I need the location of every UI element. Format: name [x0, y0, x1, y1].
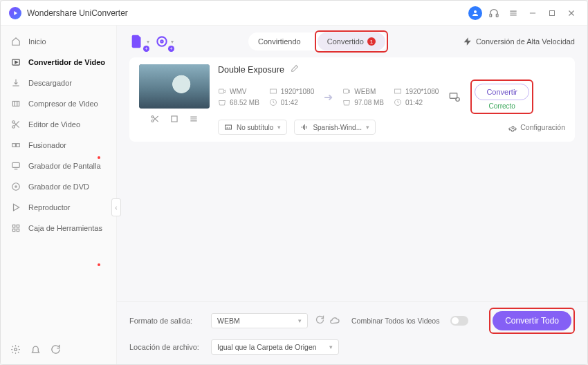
notification-dot — [98, 156, 100, 159]
sidebar-item-converter[interactable]: Convertidor de Video — [1, 52, 116, 73]
svg-point-22 — [15, 186, 17, 187]
svg-marker-23 — [14, 204, 19, 210]
svg-point-0 — [474, 10, 477, 13]
chevron-down-icon: ▾ — [366, 124, 369, 131]
chevron-down-icon: ▾ — [147, 39, 149, 45]
add-file-button[interactable]: +▾ — [129, 32, 149, 51]
sidebar-label: Compresor de Video — [28, 100, 98, 108]
svg-point-21 — [12, 183, 20, 191]
highlight-converted-tab: Convertido1 — [315, 30, 388, 53]
headset-icon[interactable] — [486, 6, 502, 21]
sidebar-item-compressor[interactable]: Compresor de Video — [1, 93, 116, 114]
svg-point-29 — [157, 37, 166, 46]
svg-rect-27 — [17, 229, 19, 232]
sidebar-item-merger[interactable]: Fusionador — [1, 135, 116, 156]
bell-icon[interactable] — [30, 344, 41, 357]
convert-all-button[interactable]: Convertir Todo — [493, 311, 571, 330]
file-card: Double Exposure WMV 68.52 MB 1920*1080 0… — [129, 57, 575, 142]
svg-rect-1 — [490, 14, 492, 17]
svg-point-14 — [12, 126, 15, 129]
svg-point-46 — [456, 97, 459, 101]
sidebar-label: Descargador — [28, 79, 72, 87]
svg-rect-17 — [12, 144, 16, 147]
sidebar-item-player[interactable]: Reproductor — [1, 197, 116, 218]
sidebar-item-downloader[interactable]: Descargador — [1, 73, 116, 93]
svg-point-13 — [12, 121, 15, 124]
svg-rect-24 — [12, 225, 15, 227]
scissors-icon — [10, 119, 21, 130]
sidebar-item-editor[interactable]: Editor de Video — [1, 114, 116, 135]
sidebar-item-dvd-burner[interactable]: Grabador de DVD — [1, 176, 116, 197]
cloud-icon[interactable] — [329, 315, 340, 327]
output-format-label: Formato de salida: — [129, 317, 204, 325]
grid-icon — [10, 223, 21, 234]
merge-icon — [10, 140, 21, 151]
output-settings-icon[interactable] — [448, 91, 461, 103]
svg-rect-43 — [395, 89, 401, 93]
app-title: Wondershare UniConverter — [27, 8, 128, 18]
output-location-select[interactable]: Igual que la Carpeta de Origen▾ — [211, 339, 339, 355]
crop-icon[interactable] — [168, 113, 181, 125]
svg-rect-25 — [17, 225, 19, 227]
menu-icon[interactable] — [506, 6, 521, 21]
settings-icon[interactable] — [10, 344, 21, 357]
svg-point-28 — [15, 348, 17, 351]
svg-rect-26 — [12, 229, 15, 232]
screen-icon — [10, 160, 21, 171]
sidebar-label: Caja de Herramientas — [28, 224, 102, 232]
minimize-icon[interactable] — [525, 6, 540, 21]
sidebar-label: Reproductor — [28, 203, 71, 212]
highlight-convert: Convertir Correcto — [470, 79, 533, 114]
svg-rect-39 — [219, 89, 224, 93]
svg-rect-47 — [226, 125, 232, 129]
refresh-icon[interactable] — [315, 315, 325, 327]
svg-rect-2 — [496, 14, 498, 17]
sidebar-item-home[interactable]: Inicio — [1, 31, 116, 52]
svg-rect-45 — [450, 93, 458, 99]
collapse-sidebar[interactable]: ‹ — [111, 198, 121, 216]
sidebar-label: Convertidor de Video — [28, 58, 105, 66]
tab-converting[interactable]: Convirtiendo — [248, 32, 311, 50]
highlight-convert-all: Convertir Todo — [489, 308, 575, 334]
home-icon — [10, 36, 21, 47]
app-logo — [9, 7, 21, 19]
output-format-select[interactable]: WEBM▾ — [211, 313, 308, 328]
play-icon — [10, 202, 21, 213]
svg-rect-40 — [270, 89, 276, 93]
compress-icon — [10, 98, 21, 109]
chevron-down-icon: ▾ — [298, 317, 302, 324]
close-icon[interactable] — [564, 6, 579, 21]
svg-point-30 — [160, 40, 163, 42]
merge-toggle[interactable] — [450, 316, 468, 326]
more-icon[interactable] — [187, 113, 200, 125]
notification-dot — [98, 263, 100, 266]
chevron-down-icon: ▾ — [329, 344, 333, 350]
sidebar-label: Editor de Video — [28, 120, 80, 129]
maximize-icon[interactable] — [544, 6, 560, 21]
output-location-label: Locación de archivo: — [129, 343, 204, 351]
trim-icon[interactable] — [149, 113, 161, 125]
high-speed-toggle[interactable]: Conversión de Alta Velocidad — [463, 37, 575, 46]
chevron-down-icon: ▾ — [171, 39, 174, 45]
svg-rect-18 — [17, 144, 20, 147]
tab-converted[interactable]: Convertido1 — [318, 32, 385, 50]
user-avatar-icon[interactable] — [468, 6, 482, 20]
convert-button[interactable]: Convertir — [475, 84, 529, 100]
download-icon — [10, 77, 21, 88]
svg-marker-11 — [15, 61, 17, 64]
config-link[interactable]: Configuración — [508, 123, 565, 132]
feedback-icon[interactable] — [50, 344, 61, 357]
sidebar-label: Fusionador — [28, 141, 66, 149]
audio-dropdown[interactable]: Spanish-Wind...▾ — [294, 120, 376, 135]
arrow-icon: ➜ — [324, 91, 333, 104]
add-disc-button[interactable]: +▾ — [154, 32, 174, 51]
status-label: Correcto — [489, 102, 515, 110]
svg-rect-12 — [12, 102, 19, 106]
svg-rect-7 — [550, 10, 555, 15]
video-thumbnail[interactable] — [139, 64, 210, 109]
sidebar-label: Grabador de Pantalla — [28, 162, 101, 170]
svg-rect-19 — [12, 162, 20, 167]
sidebar-item-toolbox[interactable]: Caja de Herramientas — [1, 218, 116, 238]
subtitle-dropdown[interactable]: No subtítulo▾ — [218, 120, 287, 135]
edit-name-icon[interactable] — [290, 64, 299, 75]
